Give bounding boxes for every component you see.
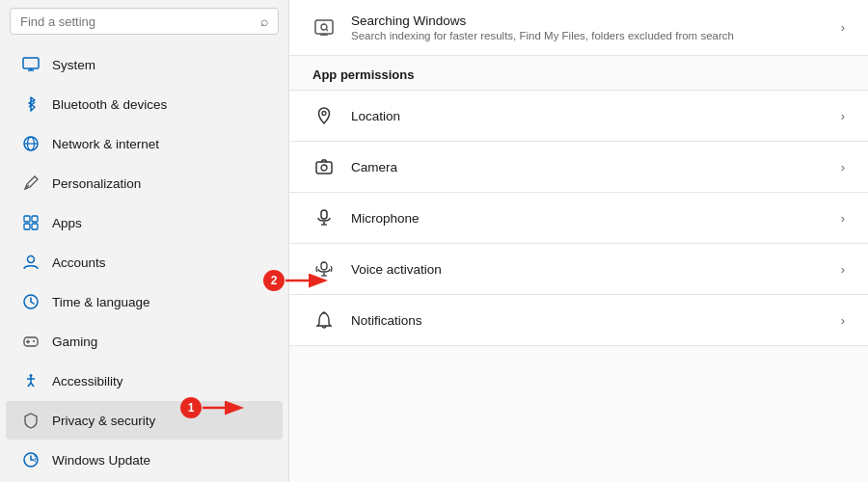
voice-item[interactable]: Voice activation › xyxy=(289,244,868,295)
privacy-icon xyxy=(21,411,41,430)
notifications-text: Notifications xyxy=(351,313,826,328)
svg-point-31 xyxy=(321,165,327,171)
svg-rect-11 xyxy=(32,224,38,229)
personalization-icon xyxy=(21,174,41,193)
sidebar-item-apps-label: Apps xyxy=(52,216,82,230)
sidebar-item-time-label: Time & language xyxy=(52,295,150,309)
svg-line-28 xyxy=(326,29,328,31)
sidebar-item-gaming[interactable]: Gaming xyxy=(6,322,283,361)
svg-point-12 xyxy=(28,256,35,263)
svg-rect-9 xyxy=(32,216,38,222)
sidebar-item-gaming-label: Gaming xyxy=(52,335,97,349)
app-permissions-list: Location › Camera › Microphone › Voice a… xyxy=(289,91,868,346)
svg-line-22 xyxy=(31,383,34,387)
sidebar-item-personalization[interactable]: Personalization xyxy=(6,164,283,202)
svg-rect-30 xyxy=(316,162,332,174)
searching-windows-icon xyxy=(312,16,336,40)
sidebar-item-accounts-label: Accounts xyxy=(52,255,106,270)
search-icon: ⌕ xyxy=(260,13,268,29)
microphone-text: Microphone xyxy=(351,211,826,226)
svg-rect-24 xyxy=(315,20,333,34)
microphone-icon xyxy=(312,206,336,229)
location-title: Location xyxy=(351,109,826,123)
accounts-icon xyxy=(21,253,41,272)
sidebar-item-network[interactable]: Network & internet xyxy=(6,124,283,163)
sidebar: ⌕ System Bluetooth & devices Network & i… xyxy=(0,0,289,482)
svg-point-17 xyxy=(33,340,35,342)
bluetooth-icon xyxy=(21,94,41,114)
update-icon xyxy=(21,450,41,469)
voice-title: Voice activation xyxy=(351,262,826,277)
search-bar[interactable]: ⌕ xyxy=(10,8,279,35)
svg-rect-35 xyxy=(321,262,327,270)
svg-rect-10 xyxy=(24,224,30,229)
searching-windows-subtitle: Search indexing for faster results, Find… xyxy=(351,30,826,41)
location-chevron: › xyxy=(841,109,845,123)
sidebar-item-bluetooth[interactable]: Bluetooth & devices xyxy=(6,85,283,123)
time-icon xyxy=(21,292,41,311)
voice-chevron: › xyxy=(841,262,845,277)
notifications-title: Notifications xyxy=(351,313,826,328)
accessibility-icon xyxy=(21,371,41,390)
camera-text: Camera xyxy=(351,160,826,174)
sidebar-item-accessibility[interactable]: Accessibility xyxy=(6,362,283,400)
system-icon xyxy=(21,55,41,74)
location-text: Location xyxy=(351,109,826,123)
svg-rect-8 xyxy=(24,216,30,222)
sidebar-item-personalization-label: Personalization xyxy=(52,176,141,191)
sidebar-item-accessibility-label: Accessibility xyxy=(52,374,123,388)
notifications-chevron: › xyxy=(841,313,845,328)
svg-point-29 xyxy=(322,112,326,116)
location-icon xyxy=(312,104,336,127)
sidebar-item-apps[interactable]: Apps xyxy=(6,203,283,242)
notifications-icon xyxy=(312,308,336,332)
main-content: Searching Windows Search indexing for fa… xyxy=(289,0,868,482)
gaming-icon xyxy=(21,332,41,351)
camera-item[interactable]: Camera › xyxy=(289,142,868,193)
network-icon xyxy=(21,134,41,153)
sidebar-item-system-label: System xyxy=(52,58,95,72)
svg-rect-32 xyxy=(321,210,327,219)
location-item[interactable]: Location › xyxy=(289,91,868,142)
voice-text: Voice activation xyxy=(351,262,826,277)
searching-windows-text: Searching Windows Search indexing for fa… xyxy=(351,13,826,41)
chevron-icon: › xyxy=(841,20,845,35)
searching-windows-item[interactable]: Searching Windows Search indexing for fa… xyxy=(289,0,868,56)
sidebar-item-accounts[interactable]: Accounts xyxy=(6,243,283,281)
search-input[interactable] xyxy=(20,14,260,29)
apps-icon xyxy=(21,213,41,232)
searching-windows-title: Searching Windows xyxy=(351,13,826,28)
sidebar-item-system[interactable]: System xyxy=(6,45,283,84)
sidebar-item-bluetooth-label: Bluetooth & devices xyxy=(52,97,167,112)
sidebar-item-time[interactable]: Time & language xyxy=(6,282,283,321)
sidebar-item-network-label: Network & internet xyxy=(52,137,159,151)
sidebar-item-privacy-label: Privacy & security xyxy=(52,414,155,428)
svg-rect-0 xyxy=(23,58,39,68)
svg-point-18 xyxy=(30,374,33,377)
camera-title: Camera xyxy=(351,160,826,174)
sidebar-item-privacy[interactable]: Privacy & security xyxy=(6,401,283,440)
notifications-item[interactable]: Notifications › xyxy=(289,295,868,346)
microphone-title: Microphone xyxy=(351,211,826,226)
svg-point-27 xyxy=(321,24,327,30)
nav-list: System Bluetooth & devices Network & int… xyxy=(0,42,288,482)
camera-icon xyxy=(312,155,336,178)
sidebar-item-update[interactable]: Windows Update xyxy=(6,441,283,479)
sidebar-item-update-label: Windows Update xyxy=(52,453,150,468)
microphone-chevron: › xyxy=(841,211,845,226)
voice-icon xyxy=(312,257,336,281)
microphone-item[interactable]: Microphone › xyxy=(289,193,868,244)
camera-chevron: › xyxy=(841,160,845,174)
app-permissions-header: App permissions xyxy=(289,56,868,91)
